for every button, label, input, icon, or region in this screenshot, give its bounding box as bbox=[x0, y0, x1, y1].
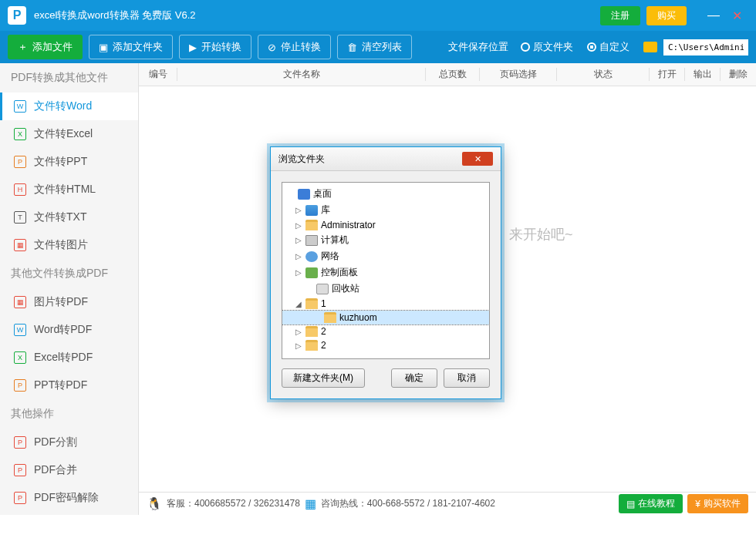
expand-icon[interactable]: ▷ bbox=[295, 268, 302, 277]
image-icon: ▦ bbox=[14, 239, 26, 251]
txt-icon: T bbox=[14, 211, 26, 224]
col-filename: 文件名称 bbox=[177, 68, 426, 81]
expand-icon[interactable]: ▷ bbox=[295, 236, 302, 244]
sidebar-item-ppt-to-pdf[interactable]: PPPT转PDF bbox=[0, 372, 138, 399]
play-icon: ▶ bbox=[189, 42, 197, 53]
doc-icon: ▤ bbox=[626, 499, 635, 509]
collapse-icon[interactable]: ◢ bbox=[295, 300, 302, 308]
dialog-close-button[interactable]: ✕ bbox=[462, 152, 493, 166]
control-panel-icon bbox=[305, 267, 318, 278]
excel-icon: X bbox=[14, 128, 26, 140]
minimize-button[interactable]: — bbox=[702, 8, 725, 22]
word-icon: W bbox=[14, 324, 26, 336]
radio-original-folder[interactable]: 原文件夹 bbox=[521, 40, 573, 54]
radio-icon bbox=[521, 42, 530, 52]
sidebar-item-image-to-pdf[interactable]: ▦图片转PDF bbox=[0, 288, 138, 316]
desktop-icon bbox=[298, 189, 310, 200]
folder-icon bbox=[305, 340, 318, 351]
sidebar-item-to-excel[interactable]: X文件转Excel bbox=[0, 120, 138, 148]
tree-desktop[interactable]: 桌面 bbox=[282, 186, 489, 202]
titlebar: P excel转换成word转换器 免费版 V6.2 注册 购买 — ✕ bbox=[0, 0, 756, 31]
expand-icon[interactable]: ▷ bbox=[295, 252, 302, 261]
sidebar-item-pdf-split[interactable]: PPDF分割 bbox=[0, 429, 138, 456]
new-folder-button[interactable]: 新建文件夹(M) bbox=[282, 368, 365, 388]
tree-folder-2[interactable]: ▷2 bbox=[282, 324, 489, 338]
col-number: 编号 bbox=[139, 68, 177, 81]
save-path-input[interactable] bbox=[663, 39, 748, 55]
folder-icon[interactable] bbox=[643, 42, 657, 52]
sidebar-item-to-image[interactable]: ▦文件转图片 bbox=[0, 231, 138, 259]
pdf-icon: P bbox=[14, 464, 26, 476]
add-file-button[interactable]: ＋添加文件 bbox=[8, 35, 83, 59]
hotline-text: 咨询热线：400-668-5572 / 181-2107-4602 bbox=[321, 497, 495, 510]
ppt-icon: P bbox=[14, 379, 26, 392]
pdf-icon: P bbox=[14, 436, 26, 449]
dialog-title: 浏览文件夹 bbox=[278, 153, 462, 166]
app-logo: P bbox=[8, 6, 26, 25]
app-title: excel转换成word转换器 免费版 V6.2 bbox=[34, 8, 600, 22]
user-icon bbox=[305, 220, 318, 230]
close-button[interactable]: ✕ bbox=[725, 8, 748, 23]
tree-control-panel[interactable]: ▷控制面板 bbox=[282, 264, 489, 281]
folder-plus-icon: ▣ bbox=[99, 42, 108, 53]
ok-button[interactable]: 确定 bbox=[391, 368, 437, 388]
col-output: 输出 bbox=[685, 68, 721, 81]
dialog-titlebar[interactable]: 浏览文件夹 ✕ bbox=[271, 147, 501, 171]
network-icon bbox=[305, 251, 318, 262]
expand-icon[interactable]: ▷ bbox=[295, 206, 302, 214]
tree-computer[interactable]: ▷计算机 bbox=[282, 232, 489, 248]
radio-checked-icon bbox=[587, 42, 596, 52]
online-tutorial-button[interactable]: ▤在线教程 bbox=[619, 494, 683, 513]
clear-list-button[interactable]: 🗑清空列表 bbox=[337, 35, 412, 59]
tree-folder-kuzhuom[interactable]: kuzhuom bbox=[282, 311, 489, 324]
register-button[interactable]: 注册 bbox=[600, 6, 640, 25]
expand-icon[interactable]: ▷ bbox=[295, 341, 302, 350]
col-pages: 总页数 bbox=[426, 68, 480, 81]
tree-folder-3[interactable]: ▷2 bbox=[282, 338, 489, 352]
cancel-button[interactable]: 取消 bbox=[444, 368, 490, 388]
buy-button[interactable]: 购买 bbox=[646, 6, 687, 25]
stop-icon: ⊘ bbox=[268, 42, 276, 53]
phone-icon: ▦ bbox=[305, 496, 316, 511]
sidebar-group-pdf-to-other: PDF转换成其他文件 bbox=[0, 63, 138, 92]
image-icon: ▦ bbox=[14, 296, 26, 308]
tree-library[interactable]: ▷库 bbox=[282, 202, 489, 218]
add-folder-button[interactable]: ▣添加文件夹 bbox=[89, 35, 173, 59]
col-page-select: 页码选择 bbox=[480, 68, 557, 81]
folder-icon bbox=[324, 312, 336, 323]
expand-icon[interactable]: ▷ bbox=[295, 221, 302, 230]
sidebar-item-pdf-merge[interactable]: PPDF合并 bbox=[0, 456, 138, 484]
ppt-icon: P bbox=[14, 156, 26, 168]
qq-icon[interactable]: 🐧 bbox=[147, 496, 162, 511]
trash-icon: 🗑 bbox=[347, 42, 357, 53]
folder-tree[interactable]: 桌面 ▷库 ▷Administrator ▷计算机 ▷网络 ▷控制面板 回收站 … bbox=[282, 182, 490, 359]
sidebar-item-pdf-compress[interactable]: PPDF压缩 bbox=[0, 512, 138, 515]
buy-software-button[interactable]: ¥购买软件 bbox=[687, 494, 748, 513]
sidebar-item-to-word[interactable]: W文件转Word bbox=[0, 92, 138, 120]
sidebar-item-word-to-pdf[interactable]: WWord转PDF bbox=[0, 316, 138, 344]
sidebar-group-other-to-pdf: 其他文件转换成PDF bbox=[0, 259, 138, 288]
sidebar-item-excel-to-pdf[interactable]: XExcel转PDF bbox=[0, 344, 138, 372]
toolbar: ＋添加文件 ▣添加文件夹 ▶开始转换 ⊘停止转换 🗑清空列表 文件保存位置 原文… bbox=[0, 31, 756, 63]
radio-custom-folder[interactable]: 自定义 bbox=[587, 40, 629, 54]
html-icon: H bbox=[14, 183, 26, 196]
browse-folder-dialog: 浏览文件夹 ✕ 桌面 ▷库 ▷Administrator ▷计算机 ▷网络 ▷控… bbox=[270, 146, 501, 399]
sidebar-item-to-txt[interactable]: T文件转TXT bbox=[0, 203, 138, 231]
sidebar-item-to-html[interactable]: H文件转HTML bbox=[0, 176, 138, 203]
folder-icon bbox=[305, 298, 318, 309]
tree-administrator[interactable]: ▷Administrator bbox=[282, 218, 489, 232]
start-convert-button[interactable]: ▶开始转换 bbox=[179, 35, 251, 59]
sidebar-item-to-ppt[interactable]: P文件转PPT bbox=[0, 148, 138, 176]
sidebar-item-pdf-unlock[interactable]: PPDF密码解除 bbox=[0, 484, 138, 512]
save-location-label: 文件保存位置 bbox=[448, 40, 508, 54]
drop-placeholder: 来开始吧~ bbox=[509, 225, 573, 244]
stop-convert-button[interactable]: ⊘停止转换 bbox=[258, 35, 331, 59]
expand-icon[interactable]: ▷ bbox=[295, 328, 302, 336]
tree-folder-1[interactable]: ◢1 bbox=[282, 297, 489, 311]
folder-icon bbox=[305, 326, 318, 337]
coin-icon: ¥ bbox=[695, 499, 700, 509]
computer-icon bbox=[305, 235, 318, 246]
tree-recycle-bin[interactable]: 回收站 bbox=[282, 281, 489, 297]
tree-network[interactable]: ▷网络 bbox=[282, 248, 489, 264]
pdf-icon: P bbox=[14, 492, 26, 504]
